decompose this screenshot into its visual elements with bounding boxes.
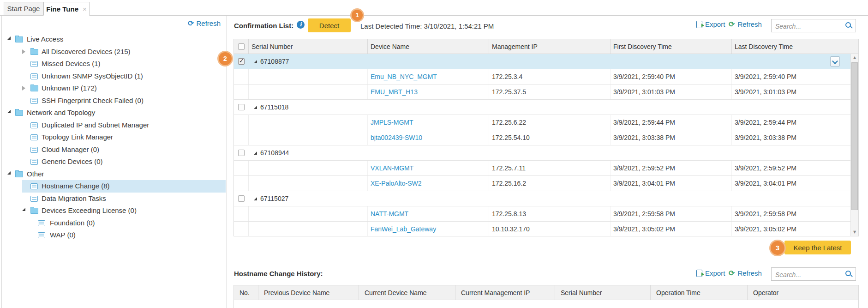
refresh-link[interactable]: ⟳ Refresh bbox=[729, 20, 762, 28]
first-discovery-cell: 3/9/2021, 2:59:52 PM bbox=[611, 161, 732, 175]
tree-refresh-link[interactable]: ⟳ Refresh bbox=[188, 19, 221, 27]
tree-item-unknown-snmp-sysobjectid-1[interactable]: Unknown SNMP SysObjectID (1) bbox=[2, 70, 226, 83]
scrollbar-thumb[interactable] bbox=[851, 62, 858, 210]
history-search-box bbox=[771, 267, 856, 281]
tree-item-generic-devices-0[interactable]: Generic Devices (0) bbox=[2, 156, 226, 168]
close-icon[interactable]: × bbox=[83, 5, 87, 13]
list-icon bbox=[38, 220, 45, 226]
device-name-link[interactable]: EMU_MBT_H13 bbox=[371, 88, 418, 96]
history-column-header-2[interactable]: Previous Device Name bbox=[258, 285, 359, 300]
search-icon[interactable] bbox=[845, 22, 853, 30]
expand-collapse-icon[interactable] bbox=[7, 171, 11, 175]
tree-item-live-access[interactable]: Live Access bbox=[2, 33, 226, 46]
tree-item-topology-link-manager[interactable]: Topology Link Manager bbox=[2, 131, 226, 144]
tab-start-page[interactable]: Start Page bbox=[4, 2, 43, 15]
vertical-scrollbar[interactable]: ▲ ▼ bbox=[850, 54, 858, 236]
tree-item-cloud-manager-0[interactable]: Cloud Manager (0) bbox=[2, 144, 226, 156]
tree-item-ssh-fingerprint-check-failed-0[interactable]: SSH Fingerprint Check Failed (0) bbox=[2, 95, 226, 107]
tree-item-network-and-topology[interactable]: Network and Topology bbox=[2, 107, 226, 119]
device-name-link[interactable]: FanWei_Lab_Gateway bbox=[371, 225, 436, 233]
tree-item-missed-devices-1[interactable]: Missed Devices (1) bbox=[2, 58, 226, 70]
tree-item-other[interactable]: Other bbox=[2, 168, 226, 181]
column-header-3[interactable]: Management IP bbox=[489, 39, 611, 54]
annotation-badge-1: 1 bbox=[352, 10, 363, 21]
select-all-checkbox[interactable] bbox=[238, 43, 245, 50]
history-column-header-3[interactable]: Current Device Name bbox=[359, 285, 455, 300]
expand-collapse-icon[interactable] bbox=[22, 208, 25, 211]
export-link[interactable]: Export bbox=[696, 20, 725, 28]
tree-item-foundation-0[interactable]: Foundation (0) bbox=[2, 217, 226, 229]
collapse-icon[interactable] bbox=[254, 106, 257, 109]
expand-collapse-icon[interactable] bbox=[22, 49, 25, 54]
history-column-header-6[interactable]: Operation Time bbox=[651, 285, 748, 300]
search-icon[interactable] bbox=[845, 270, 853, 278]
serial-group-row[interactable]: 67115027 bbox=[234, 191, 850, 206]
tree-item-unknown-ip-172[interactable]: Unknown IP (172) bbox=[2, 82, 226, 95]
device-name-link[interactable]: bjta002439-SW10 bbox=[371, 134, 422, 141]
checkbox-cell bbox=[234, 130, 249, 145]
serial-cell bbox=[249, 206, 368, 221]
info-icon[interactable]: i bbox=[297, 21, 305, 29]
serial-group-row[interactable]: 67115018 bbox=[234, 100, 850, 115]
expand-collapse-icon[interactable] bbox=[7, 36, 11, 40]
serial-group-row[interactable]: 67108877 bbox=[234, 54, 850, 69]
confirmation-list-title: Confirmation List: bbox=[234, 22, 293, 30]
tree-item-duplicated-ip-and-subnet-manager[interactable]: Duplicated IP and Subnet Manager bbox=[2, 119, 226, 132]
tree-item-data-migration-tasks[interactable]: Data Migration Tasks bbox=[2, 193, 226, 205]
export-label: Export bbox=[705, 20, 725, 28]
last-discovery-cell: 3/9/2021, 3:03:38 PM bbox=[732, 130, 850, 145]
serial-cell bbox=[249, 176, 368, 191]
history-column-header-1[interactable]: No. bbox=[234, 285, 258, 300]
tree-item-hostname-change-8[interactable]: Hostname Change (8) bbox=[2, 180, 226, 193]
tree-item-devices-exceeding-license-0[interactable]: Devices Exceeding License (0) bbox=[2, 205, 226, 217]
scroll-down-icon[interactable]: ▼ bbox=[851, 229, 858, 236]
device-name-link[interactable]: NATT-MGMT bbox=[371, 210, 408, 217]
list-icon bbox=[30, 159, 38, 165]
history-column-header-7[interactable]: Operator bbox=[748, 285, 858, 300]
tab-fine-tune[interactable]: Fine Tune × bbox=[43, 2, 90, 16]
collapse-icon[interactable] bbox=[254, 60, 257, 63]
history-export-link[interactable]: Export bbox=[696, 269, 725, 277]
device-name-link[interactable]: Emu_NB_NYC_MGMT bbox=[371, 73, 437, 80]
collapse-icon[interactable] bbox=[254, 197, 257, 200]
column-header-2[interactable]: Device Name bbox=[368, 39, 489, 54]
search-input[interactable] bbox=[774, 269, 845, 280]
scroll-up-icon[interactable]: ▲ bbox=[851, 54, 858, 61]
tree-item-label: Missed Devices (1) bbox=[42, 60, 101, 67]
refresh-icon: ⟳ bbox=[188, 20, 194, 27]
keep-the-latest-button[interactable]: Keep the Latest bbox=[784, 241, 851, 254]
expand-collapse-icon[interactable] bbox=[7, 110, 11, 113]
tree-item-all-discovered-devices-215[interactable]: All Discovered Devices (215) bbox=[2, 46, 226, 58]
history-column-header-4[interactable]: Current Management IP bbox=[455, 285, 555, 300]
detect-button[interactable]: Detect bbox=[308, 18, 351, 32]
serial-cell bbox=[249, 115, 368, 130]
serial-number: 67108944 bbox=[260, 149, 289, 157]
device-row: JMPLS-MGMT172.25.6.223/9/2021, 2:59:44 P… bbox=[234, 115, 850, 130]
row-actions-dropdown[interactable] bbox=[830, 56, 840, 66]
tree-item-label: Devices Exceeding License (0) bbox=[42, 206, 137, 214]
serial-group-row[interactable]: 67108944 bbox=[234, 145, 850, 161]
row-checkbox[interactable] bbox=[238, 195, 245, 202]
device-name-cell: EMU_MBT_H13 bbox=[368, 85, 489, 99]
folder-icon bbox=[15, 110, 23, 116]
checkbox-cell bbox=[234, 222, 249, 236]
expand-collapse-icon[interactable] bbox=[22, 86, 25, 91]
device-name-link[interactable]: XE-PaloAlto-SW2 bbox=[371, 180, 421, 187]
history-refresh-link[interactable]: ⟳ Refresh bbox=[729, 269, 762, 277]
list-icon bbox=[30, 147, 38, 153]
column-header-1[interactable]: Serial Number bbox=[249, 39, 368, 54]
device-row: XE-PaloAlto-SW2172.25.16.23/9/2021, 3:04… bbox=[234, 176, 850, 191]
row-checkbox[interactable] bbox=[238, 58, 245, 65]
device-name-link[interactable]: VXLAN-MGMT bbox=[371, 164, 413, 172]
checkbox-cell bbox=[234, 69, 249, 84]
search-input[interactable] bbox=[774, 21, 845, 31]
column-header-5[interactable]: Last Discovery Time bbox=[732, 39, 858, 54]
row-checkbox[interactable] bbox=[238, 150, 245, 156]
tree-item-wap-0[interactable]: WAP (0) bbox=[2, 229, 226, 242]
column-header-4[interactable]: First Discovery Time bbox=[611, 39, 732, 54]
collapse-icon[interactable] bbox=[254, 151, 257, 155]
last-discovery-cell: 3/9/2021, 2:59:52 PM bbox=[732, 161, 850, 175]
row-checkbox[interactable] bbox=[238, 104, 245, 110]
device-name-link[interactable]: JMPLS-MGMT bbox=[371, 119, 413, 126]
history-column-header-5[interactable]: Serial Number bbox=[555, 285, 651, 300]
